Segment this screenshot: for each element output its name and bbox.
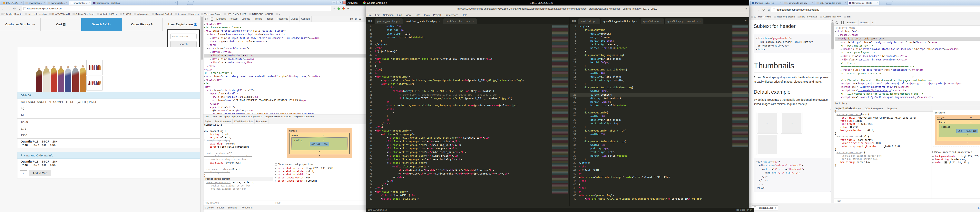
forward-icon[interactable]: → [7,7,10,10]
devtools-tab[interactable]: Network [228,16,240,22]
back-icon[interactable]: ← [751,8,754,11]
tab-close-icon[interactable]: × [877,2,878,4]
console-drawer-tab[interactable]: Rendering [240,205,254,210]
bookmark-item[interactable]: How To Write A F [797,16,818,18]
home-icon[interactable]: ⌂ [18,7,21,10]
address-bar[interactable]: getbootstrap.com/components/#alerts [771,7,980,12]
sublime-title-bar[interactable]: /run/user/1000/gvfs/smb-share;server=192… [366,5,749,12]
tab-close-icon[interactable]: × [845,2,846,4]
activities-button[interactable]: Activities [347,2,358,4]
tab-nav-arrows[interactable]: ◀ ▶ [367,19,373,22]
browser-tab[interactable]: Pandora Radio - Lis × [751,1,783,5]
address-bar[interactable]: www.turtleking.com/quickOrder [22,6,331,11]
filter-input[interactable]: Filter [273,201,281,204]
tab-close-icon[interactable]: × [660,20,662,22]
inspect-icon[interactable] [205,18,208,20]
tab-close-icon[interactable]: × [812,2,813,4]
thumbnail-placeholder[interactable]: … [757,112,778,134]
focused-app-menu[interactable]: Google Chrome ▾ [367,2,387,4]
devtools-tab[interactable]: S [870,19,875,26]
sublime-right-code[interactable]: 1<style>2 div.productImg{3 display:block… [570,24,749,201]
add-to-cart-button[interactable]: Add to Cart [29,170,51,176]
devtools-tab[interactable]: Sources [240,16,252,22]
thumbnail-placeholder[interactable]: … [781,112,802,134]
console-prompt[interactable] [204,210,366,212]
bookmark-item[interactable]: The Local Group [201,13,221,15]
devtools-tab[interactable]: Elements [845,19,859,26]
bookmark-item[interactable]: Sublime Text Keyb [73,13,94,15]
tab-overflow-icon[interactable]: ▼ [744,19,747,22]
search-button[interactable]: search [170,41,197,47]
tab-close-icon[interactable]: × [175,2,176,4]
chevron-down-icon[interactable]: ▾ [775,207,776,209]
devtools-tab[interactable]: Profiles [264,16,275,22]
console-drawer-icon[interactable]: ❯≡ [349,18,353,21]
sublime-menu-item[interactable]: File [368,14,372,16]
sublime-menu-item[interactable]: View [406,14,411,16]
boxmodel-position[interactable]: position− margin− border− padding− 393 ×… [933,110,980,146]
boxmodel-content[interactable]: 393 × 71893.188 [956,129,978,133]
browser-tab[interactable]: www.turtleking.com × [69,1,91,5]
minimize-button[interactable]: — [331,1,337,4]
back-icon[interactable]: ← [2,7,5,10]
bookmark-item[interactable]: Microsoft Outlook [152,13,172,15]
devtools-close-icon[interactable]: × [363,18,364,21]
maximize-button[interactable]: ❐ [337,1,343,4]
console-drawer-tab[interactable]: Emulation [226,205,240,210]
show-inherited-checkbox[interactable] [275,163,277,165]
sublime-menu-item[interactable]: Help [462,14,467,16]
sublime-tab[interactable]: quickOrder_productDetail.php× [601,18,640,24]
tab-close-icon[interactable]: × [473,20,474,22]
site-nav-button[interactable]: User Registration 👤 [163,18,200,31]
product-thumbnail-2[interactable] [86,75,102,90]
extension-dot-icon[interactable] [337,8,340,10]
thumbnail-placeholder[interactable]: … [757,134,778,155]
tab-close-icon[interactable]: × [399,20,400,22]
tab-close-icon[interactable]: × [66,2,67,4]
bookmark-item[interactable]: Webmin 1.660 on [97,13,118,15]
bookmark-item[interactable]: How To Write A H [49,13,70,15]
new-tab-button[interactable] [886,1,892,5]
bookmark-item[interactable]: 31 CSS [120,13,131,15]
bookmark-item[interactable]: » [275,13,280,15]
tab-size-indicator[interactable]: Tab Size: 4 PHP [736,209,752,211]
menu-icon[interactable]: ≡ [347,7,349,10]
devtools-tab[interactable]: Console [300,16,312,22]
elements-tree[interactable]: <!DOCTYPE html>▼<html lang="en">▶<head>…… [834,26,980,101]
bookmark-item[interactable]: Sublime Text Keyl [820,16,841,18]
breadcrumb-item[interactable]: div.productSearch.content [264,115,293,118]
reload-icon[interactable]: ⟳ [762,8,765,11]
boxmodel-content[interactable]: 836.391 × 300 [310,142,329,146]
bookmark-item[interactable]: 10+ Mod_Rewrite [2,13,22,15]
grid-system-link[interactable]: grid system [777,76,791,79]
device-mode-icon[interactable] [211,17,213,21]
browser-tab[interactable]: CSS margin top prope × [815,1,847,5]
new-tab-button[interactable] [187,1,194,5]
extension-circle-icon[interactable] [342,7,345,10]
bookmark-item[interactable]: UPS, FedEx & USP [224,13,247,15]
sublime-right-minimap[interactable] [732,25,748,147]
product-thumbnail-1[interactable] [86,60,102,75]
browser-tab[interactable]: www.turtleking.com × [47,1,69,5]
forward-icon[interactable]: → [757,8,760,11]
site-nav-button[interactable]: Search SKU ⌕ [81,18,122,31]
browser-tab[interactable]: www.turtleking.com × [24,1,46,5]
breadcrumb-item[interactable]: html [204,115,210,118]
browser-tab[interactable]: Components · Boots × [848,1,880,5]
product-main-image[interactable] [36,67,86,93]
devtools-tab[interactable]: Network [859,19,870,26]
show-inherited-checkbox[interactable] [932,151,934,153]
tab-nav-arrows[interactable]: ◀ ▶ [571,19,577,22]
bookmark-item[interactable]: Need help creatin [774,16,795,18]
browser-tab[interactable]: i us when to use key × [783,1,815,5]
devtools-tab[interactable]: Audits [290,16,299,22]
browser-tab[interactable]: Components · Bootstrap × [92,1,178,5]
computed-style-list[interactable]: ▶ border-bottom-color: rgb(235, 235, 235… [274,167,366,182]
computed-style-list[interactable]: ▶ background-color: rgb(255, 255, 255);▶… [931,155,980,164]
find-in-styles-input[interactable]: Find in Styles [204,201,273,204]
boxmodel-padding[interactable]: padding− 836.391 × 300 − [291,137,347,150]
sublime-tab[interactable]: quickOrder.php — controllers× [665,18,703,24]
boxmodel-margin[interactable]: margin− border− padding− 393 × 71893.188… [935,115,980,145]
bookmark-item[interactable]: web projects [134,13,150,15]
bookmark-item[interactable]: BARCODE : JQUER [249,13,273,15]
